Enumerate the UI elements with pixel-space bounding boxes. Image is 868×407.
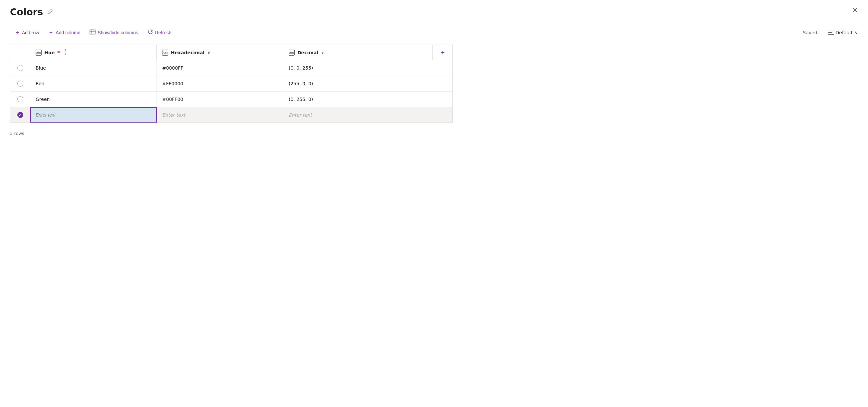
row-radio-green[interactable] (17, 96, 23, 102)
cell-value-red-hue: Red (36, 81, 44, 86)
column-header-hue: Abc Hue * ↑ ↓ (30, 45, 157, 60)
add-column-button[interactable]: ＋ Add column (43, 27, 85, 38)
cell-decimal-new[interactable]: Enter text (283, 107, 453, 122)
table-row: Blue #0000FF (0, 0, 255) (10, 60, 453, 76)
row-checkbox-blue[interactable] (10, 60, 30, 76)
header-checkbox-cell (10, 45, 30, 60)
row-count-label: 3 rows (10, 131, 24, 136)
cell-hue-red: Red (30, 76, 157, 91)
required-star: * (57, 50, 60, 55)
row-radio-blue[interactable] (17, 65, 23, 71)
add-row-label: Add row (22, 30, 39, 35)
cell-hex-blue: #0000FF (157, 60, 283, 76)
footer: 3 rows (10, 131, 858, 136)
new-table-row: Enter text Enter text (10, 107, 453, 122)
row-checkbox-green[interactable] (10, 92, 30, 107)
row-checkbox-red[interactable] (10, 76, 30, 91)
column-header-hexadecimal: Abc Hexadecimal ∨ (157, 45, 283, 60)
cell-value-red-hex: #FF0000 (162, 81, 183, 86)
hue-type-icon: Abc (36, 50, 42, 56)
hue-sort-icons: ↑ ↓ (64, 49, 67, 56)
sort-up-icon[interactable]: ↑ (64, 49, 67, 52)
add-row-button[interactable]: ＋ Add row (10, 27, 43, 38)
hex-type-icon: Abc (162, 50, 168, 56)
cell-hue-green: Green (30, 92, 157, 107)
chevron-down-icon: ∨ (855, 30, 858, 35)
column-header-decimal: Abc Decimal ∨ (283, 45, 433, 60)
plus-icon-2: ＋ (48, 29, 54, 36)
page-title: Colors (10, 7, 43, 18)
header: Colors ✕ (10, 7, 858, 18)
close-button[interactable]: ✕ (852, 7, 858, 13)
lines-icon (828, 31, 834, 35)
refresh-icon (148, 29, 153, 36)
table-wrapper: Abc Hue * ↑ ↓ Abc Hexadecimal ∨ Abc Deci… (10, 45, 453, 123)
cell-value-green-hue: Green (36, 96, 50, 102)
edit-icon[interactable] (47, 9, 53, 16)
cell-value-red-decimal: (255, 0, 0) (289, 81, 313, 86)
cell-value-green-hex: #00FF00 (162, 96, 183, 102)
cell-hue-new[interactable] (30, 107, 157, 122)
saved-label: Saved (803, 30, 817, 35)
svg-rect-0 (90, 30, 96, 34)
sort-down-icon[interactable]: ↓ (64, 53, 67, 56)
row-radio-checked-new[interactable] (17, 112, 23, 118)
decimal-column-label: Decimal (297, 50, 318, 55)
table-row: Red #FF0000 (255, 0, 0) (10, 76, 453, 92)
plus-icon: ＋ (14, 29, 20, 36)
cell-decimal-red: (255, 0, 0) (283, 76, 453, 91)
cell-decimal-blue: (0, 0, 255) (283, 60, 453, 76)
add-column-plus-button[interactable]: + (441, 49, 445, 56)
row-radio-red[interactable] (17, 81, 23, 87)
cell-decimal-green: (0, 255, 0) (283, 92, 453, 107)
table-row: Green #00FF00 (0, 255, 0) (10, 92, 453, 107)
row-checkbox-new[interactable] (10, 107, 30, 122)
cell-hex-red: #FF0000 (157, 76, 283, 91)
cell-hue-blue: Blue (30, 60, 157, 76)
cell-value-blue-hue: Blue (36, 65, 46, 70)
add-column-cell[interactable]: + (433, 45, 453, 60)
hue-column-label: Hue (44, 50, 55, 55)
decimal-chevron-icon[interactable]: ∨ (321, 50, 324, 55)
hue-input-new[interactable] (36, 112, 152, 118)
cell-value-blue-decimal: (0, 0, 255) (289, 65, 313, 70)
toolbar: ＋ Add row ＋ Add column Show/hide columns (10, 27, 858, 38)
hex-placeholder-new[interactable]: Enter text (162, 112, 185, 118)
decimal-placeholder-new[interactable]: Enter text (289, 112, 312, 118)
toolbar-right: Saved Default ∨ (803, 29, 858, 36)
table-header: Abc Hue * ↑ ↓ Abc Hexadecimal ∨ Abc Deci… (10, 45, 453, 60)
toolbar-divider (823, 29, 823, 36)
refresh-label: Refresh (155, 30, 172, 35)
app-container: Colors ✕ ＋ Add row ＋ Add column (0, 0, 868, 143)
add-column-label: Add column (56, 30, 80, 35)
show-hide-label: Show/hide columns (98, 30, 138, 35)
cell-hex-new[interactable]: Enter text (157, 107, 283, 122)
hex-chevron-icon[interactable]: ∨ (207, 50, 210, 55)
cell-value-green-decimal: (0, 255, 0) (289, 96, 313, 102)
cell-value-blue-hex: #0000FF (162, 65, 183, 70)
show-hide-columns-button[interactable]: Show/hide columns (85, 27, 143, 38)
default-dropdown[interactable]: Default ∨ (828, 30, 858, 35)
default-label: Default (836, 30, 853, 35)
show-hide-icon (90, 29, 96, 36)
cell-hex-green: #00FF00 (157, 92, 283, 107)
decimal-type-icon: Abc (289, 50, 294, 56)
refresh-button[interactable]: Refresh (143, 27, 176, 38)
hex-column-label: Hexadecimal (171, 50, 205, 55)
